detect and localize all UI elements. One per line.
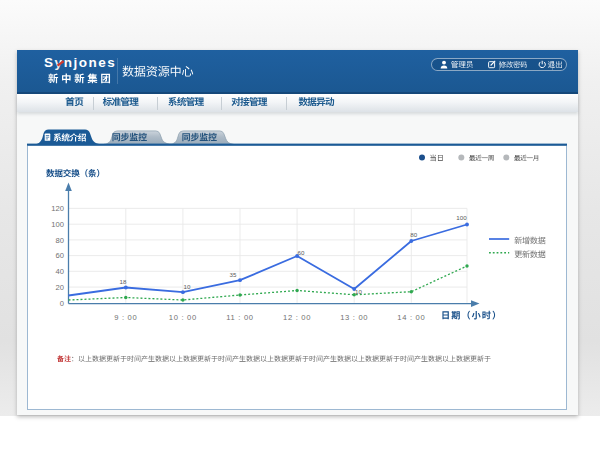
svg-text:80: 80	[56, 236, 64, 245]
svg-text:40: 40	[56, 267, 64, 276]
svg-text:60: 60	[298, 249, 305, 256]
svg-text:20: 20	[56, 283, 64, 292]
svg-text:10 : 00: 10 : 00	[169, 313, 197, 322]
svg-text:13 : 00: 13 : 00	[340, 313, 368, 322]
svg-text:10: 10	[355, 288, 362, 295]
svg-text:35: 35	[230, 271, 237, 278]
svg-text:14 : 00: 14 : 00	[397, 313, 425, 322]
svg-text:100: 100	[51, 220, 64, 229]
svg-text:12 : 00: 12 : 00	[283, 313, 311, 322]
svg-text:18: 18	[120, 278, 127, 285]
svg-text:11 : 00: 11 : 00	[226, 313, 254, 322]
svg-text:10: 10	[184, 283, 191, 290]
svg-text:120: 120	[51, 204, 64, 213]
svg-text:9 : 00: 9 : 00	[114, 313, 137, 322]
svg-text:60: 60	[56, 251, 64, 260]
svg-text:100: 100	[456, 214, 467, 221]
svg-text:80: 80	[410, 231, 417, 238]
svg-text:0: 0	[60, 299, 64, 308]
